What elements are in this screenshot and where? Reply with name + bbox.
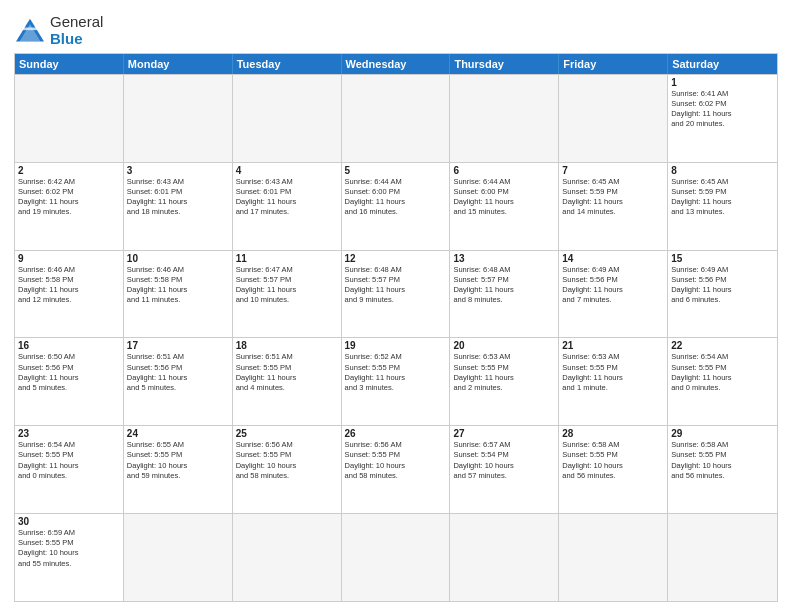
day-number: 6 (453, 165, 555, 176)
day-number: 5 (345, 165, 447, 176)
day-cell: 19Sunrise: 6:52 AM Sunset: 5:55 PM Dayli… (342, 338, 451, 425)
day-cell: 2Sunrise: 6:42 AM Sunset: 6:02 PM Daylig… (15, 163, 124, 250)
day-number: 23 (18, 428, 120, 439)
day-cell: 30Sunrise: 6:59 AM Sunset: 5:55 PM Dayli… (15, 514, 124, 601)
day-number: 1 (671, 77, 774, 88)
day-info: Sunrise: 6:51 AM Sunset: 5:56 PM Dayligh… (127, 352, 229, 393)
day-cell: 3Sunrise: 6:43 AM Sunset: 6:01 PM Daylig… (124, 163, 233, 250)
day-info: Sunrise: 6:42 AM Sunset: 6:02 PM Dayligh… (18, 177, 120, 218)
day-number: 3 (127, 165, 229, 176)
day-number: 13 (453, 253, 555, 264)
day-number: 8 (671, 165, 774, 176)
day-info: Sunrise: 6:44 AM Sunset: 6:00 PM Dayligh… (345, 177, 447, 218)
day-info: Sunrise: 6:53 AM Sunset: 5:55 PM Dayligh… (453, 352, 555, 393)
weekday-header: Tuesday (233, 54, 342, 74)
day-cell: 17Sunrise: 6:51 AM Sunset: 5:56 PM Dayli… (124, 338, 233, 425)
day-cell: 10Sunrise: 6:46 AM Sunset: 5:58 PM Dayli… (124, 251, 233, 338)
day-info: Sunrise: 6:54 AM Sunset: 5:55 PM Dayligh… (671, 352, 774, 393)
day-cell: 15Sunrise: 6:49 AM Sunset: 5:56 PM Dayli… (668, 251, 777, 338)
empty-cell (233, 75, 342, 162)
day-cell: 5Sunrise: 6:44 AM Sunset: 6:00 PM Daylig… (342, 163, 451, 250)
day-number: 15 (671, 253, 774, 264)
day-info: Sunrise: 6:58 AM Sunset: 5:55 PM Dayligh… (562, 440, 664, 481)
calendar: SundayMondayTuesdayWednesdayThursdayFrid… (14, 53, 778, 602)
day-number: 24 (127, 428, 229, 439)
day-number: 2 (18, 165, 120, 176)
empty-cell (233, 514, 342, 601)
day-cell: 18Sunrise: 6:51 AM Sunset: 5:55 PM Dayli… (233, 338, 342, 425)
day-info: Sunrise: 6:52 AM Sunset: 5:55 PM Dayligh… (345, 352, 447, 393)
day-info: Sunrise: 6:46 AM Sunset: 5:58 PM Dayligh… (127, 265, 229, 306)
day-info: Sunrise: 6:43 AM Sunset: 6:01 PM Dayligh… (236, 177, 338, 218)
page-header: General Blue (14, 10, 778, 47)
empty-cell (124, 75, 233, 162)
day-cell: 7Sunrise: 6:45 AM Sunset: 5:59 PM Daylig… (559, 163, 668, 250)
day-cell: 20Sunrise: 6:53 AM Sunset: 5:55 PM Dayli… (450, 338, 559, 425)
day-cell: 16Sunrise: 6:50 AM Sunset: 5:56 PM Dayli… (15, 338, 124, 425)
day-info: Sunrise: 6:49 AM Sunset: 5:56 PM Dayligh… (671, 265, 774, 306)
day-number: 11 (236, 253, 338, 264)
day-number: 22 (671, 340, 774, 351)
day-info: Sunrise: 6:47 AM Sunset: 5:57 PM Dayligh… (236, 265, 338, 306)
day-number: 26 (345, 428, 447, 439)
day-number: 28 (562, 428, 664, 439)
svg-rect-2 (23, 27, 37, 30)
calendar-row: 9Sunrise: 6:46 AM Sunset: 5:58 PM Daylig… (15, 250, 777, 338)
day-info: Sunrise: 6:48 AM Sunset: 5:57 PM Dayligh… (345, 265, 447, 306)
day-cell: 14Sunrise: 6:49 AM Sunset: 5:56 PM Dayli… (559, 251, 668, 338)
day-number: 21 (562, 340, 664, 351)
day-info: Sunrise: 6:49 AM Sunset: 5:56 PM Dayligh… (562, 265, 664, 306)
calendar-row: 1Sunrise: 6:41 AM Sunset: 6:02 PM Daylig… (15, 74, 777, 162)
day-cell: 22Sunrise: 6:54 AM Sunset: 5:55 PM Dayli… (668, 338, 777, 425)
calendar-row: 23Sunrise: 6:54 AM Sunset: 5:55 PM Dayli… (15, 425, 777, 513)
day-number: 9 (18, 253, 120, 264)
day-number: 7 (562, 165, 664, 176)
empty-cell (342, 75, 451, 162)
calendar-row: 30Sunrise: 6:59 AM Sunset: 5:55 PM Dayli… (15, 513, 777, 601)
day-cell: 25Sunrise: 6:56 AM Sunset: 5:55 PM Dayli… (233, 426, 342, 513)
day-number: 29 (671, 428, 774, 439)
day-cell: 4Sunrise: 6:43 AM Sunset: 6:01 PM Daylig… (233, 163, 342, 250)
day-info: Sunrise: 6:43 AM Sunset: 6:01 PM Dayligh… (127, 177, 229, 218)
day-cell: 27Sunrise: 6:57 AM Sunset: 5:54 PM Dayli… (450, 426, 559, 513)
day-info: Sunrise: 6:54 AM Sunset: 5:55 PM Dayligh… (18, 440, 120, 481)
day-cell: 24Sunrise: 6:55 AM Sunset: 5:55 PM Dayli… (124, 426, 233, 513)
day-info: Sunrise: 6:48 AM Sunset: 5:57 PM Dayligh… (453, 265, 555, 306)
day-number: 19 (345, 340, 447, 351)
weekday-header: Wednesday (342, 54, 451, 74)
day-number: 25 (236, 428, 338, 439)
day-number: 20 (453, 340, 555, 351)
day-cell: 28Sunrise: 6:58 AM Sunset: 5:55 PM Dayli… (559, 426, 668, 513)
day-number: 12 (345, 253, 447, 264)
day-info: Sunrise: 6:59 AM Sunset: 5:55 PM Dayligh… (18, 528, 120, 569)
day-info: Sunrise: 6:50 AM Sunset: 5:56 PM Dayligh… (18, 352, 120, 393)
empty-cell (124, 514, 233, 601)
day-number: 30 (18, 516, 120, 527)
weekday-header: Friday (559, 54, 668, 74)
day-info: Sunrise: 6:53 AM Sunset: 5:55 PM Dayligh… (562, 352, 664, 393)
day-info: Sunrise: 6:57 AM Sunset: 5:54 PM Dayligh… (453, 440, 555, 481)
day-cell: 23Sunrise: 6:54 AM Sunset: 5:55 PM Dayli… (15, 426, 124, 513)
day-cell: 6Sunrise: 6:44 AM Sunset: 6:00 PM Daylig… (450, 163, 559, 250)
weekday-header: Sunday (15, 54, 124, 74)
day-cell: 21Sunrise: 6:53 AM Sunset: 5:55 PM Dayli… (559, 338, 668, 425)
day-cell: 12Sunrise: 6:48 AM Sunset: 5:57 PM Dayli… (342, 251, 451, 338)
day-info: Sunrise: 6:44 AM Sunset: 6:00 PM Dayligh… (453, 177, 555, 218)
day-info: Sunrise: 6:56 AM Sunset: 5:55 PM Dayligh… (345, 440, 447, 481)
empty-cell (450, 75, 559, 162)
calendar-body: 1Sunrise: 6:41 AM Sunset: 6:02 PM Daylig… (15, 74, 777, 601)
day-number: 17 (127, 340, 229, 351)
day-cell: 26Sunrise: 6:56 AM Sunset: 5:55 PM Dayli… (342, 426, 451, 513)
empty-cell (668, 514, 777, 601)
logo-icon (14, 17, 46, 45)
day-info: Sunrise: 6:56 AM Sunset: 5:55 PM Dayligh… (236, 440, 338, 481)
day-info: Sunrise: 6:58 AM Sunset: 5:55 PM Dayligh… (671, 440, 774, 481)
day-cell: 8Sunrise: 6:45 AM Sunset: 5:59 PM Daylig… (668, 163, 777, 250)
empty-cell (559, 75, 668, 162)
day-info: Sunrise: 6:45 AM Sunset: 5:59 PM Dayligh… (671, 177, 774, 218)
weekday-header: Thursday (450, 54, 559, 74)
day-info: Sunrise: 6:45 AM Sunset: 5:59 PM Dayligh… (562, 177, 664, 218)
day-info: Sunrise: 6:55 AM Sunset: 5:55 PM Dayligh… (127, 440, 229, 481)
day-cell: 13Sunrise: 6:48 AM Sunset: 5:57 PM Dayli… (450, 251, 559, 338)
empty-cell (15, 75, 124, 162)
